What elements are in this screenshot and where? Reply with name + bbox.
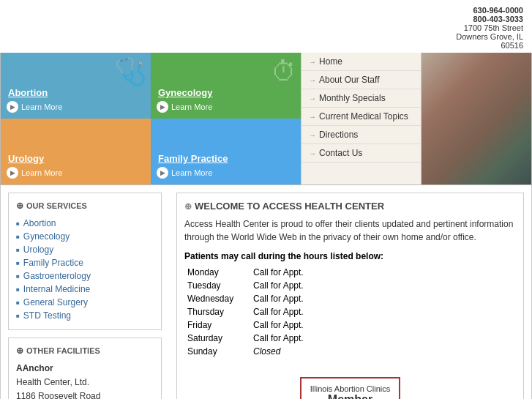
urology-tile[interactable]: Urology ▶ Learn More	[1, 119, 151, 184]
hours-saturday: Call for Appt.	[250, 332, 516, 345]
header: 630-964-0000 800-403-3033 1700 75th Stre…	[0, 0, 532, 53]
gynecology-link[interactable]: Gynecology	[158, 87, 212, 98]
service-family-link[interactable]: Family Practice	[23, 258, 83, 268]
facility-name2: Health Center, Ltd.	[16, 376, 154, 389]
hours-row: Tuesday Call for Appt.	[184, 279, 516, 292]
arrow-medical-icon: →	[309, 113, 316, 121]
nav-area: 🩺 Abortion ▶ Learn More ⏱ Gynecology ▶ L…	[0, 53, 532, 185]
service-gastro-link[interactable]: Gastroenterology	[23, 271, 91, 281]
day-thursday: Thursday	[184, 305, 250, 318]
menu-item-medical[interactable]: → Current Medical Topics	[301, 108, 421, 126]
family-link[interactable]: Family Practice	[158, 153, 228, 164]
menu-item-directions[interactable]: → Directions	[301, 126, 421, 144]
il-badge: Illinois Abortion Clinics Member	[300, 377, 400, 399]
day-tuesday: Tuesday	[184, 279, 250, 292]
hours-table: Monday Call for Appt. Tuesday Call for A…	[184, 266, 516, 358]
address-line1: 1700 75th Street	[9, 23, 523, 32]
bp-monitor-icon: ⏱	[271, 56, 297, 87]
arrow-circle-icon: ▶	[7, 101, 18, 113]
facility-address: 1186 Roosevelt Road	[16, 389, 154, 399]
facilities-icon: ⊕	[16, 346, 23, 356]
welcome-section: ⊕ WELCOME TO ACCESS HEALTH CENTER Access…	[176, 193, 524, 399]
hours-thursday: Call for Appt.	[250, 305, 516, 318]
abortion-tile[interactable]: 🩺 Abortion ▶ Learn More	[1, 53, 151, 119]
phone2: 800-403-3033	[9, 15, 523, 23]
hours-row: Sunday Closed	[184, 345, 516, 358]
service-item: Family Practice	[16, 256, 154, 269]
nav-menu: → Home → About Our Staff → Monthly Speci…	[301, 53, 422, 184]
services-list: Abortion Gynecology Urology Family Pract…	[16, 217, 154, 322]
facility-name: AAnchor	[16, 362, 154, 376]
gynecology-label: Gynecology	[158, 87, 212, 98]
hours-sunday: Closed	[250, 345, 516, 358]
stethoscope-icon: 🩺	[114, 56, 147, 87]
welcome-icon: ⊕	[184, 201, 192, 212]
service-std-link[interactable]: STD Testing	[23, 310, 71, 321]
hours-row: Friday Call for Appt.	[184, 318, 516, 332]
service-gynecology-link[interactable]: Gynecology	[23, 231, 70, 242]
hours-title: Patients may call during the hours liste…	[184, 251, 516, 261]
day-wednesday: Wednesday	[184, 292, 250, 305]
urology-learn-link[interactable]: Learn More	[21, 168, 62, 177]
arrow-circle-fam-icon: ▶	[157, 167, 168, 179]
gynecology-learn-more[interactable]: ▶ Learn More	[157, 101, 212, 113]
hours-tuesday: Call for Appt.	[250, 279, 516, 292]
arrow-directions-icon: →	[309, 131, 316, 139]
abortion-link[interactable]: Abortion	[8, 87, 48, 98]
other-facilities-section: ⊕ OTHER FACILITIES AAnchor Health Center…	[8, 338, 162, 399]
service-internal-link[interactable]: Internal Medicine	[23, 284, 90, 294]
arrow-home-icon: →	[309, 58, 316, 66]
welcome-intro: Access Health Center is proud to offer t…	[184, 217, 516, 244]
address-line2: Downers Grove, IL	[9, 32, 523, 41]
day-saturday: Saturday	[184, 332, 250, 345]
services-title: ⊕ OUR SERVICES	[16, 201, 154, 211]
day-friday: Friday	[184, 318, 250, 332]
service-item: Urology	[16, 243, 154, 256]
hours-row: Monday Call for Appt.	[184, 266, 516, 279]
hours-row: Saturday Call for Appt.	[184, 332, 516, 345]
left-panel: ⊕ OUR SERVICES Abortion Gynecology Urolo…	[8, 193, 162, 399]
abortion-learn-link[interactable]: Learn More	[21, 102, 62, 111]
menu-item-specials[interactable]: → Monthly Specials	[301, 89, 421, 108]
tiles-column: 🩺 Abortion ▶ Learn More ⏱ Gynecology ▶ L…	[1, 53, 301, 184]
urology-link[interactable]: Urology	[8, 153, 44, 164]
service-abortion-link[interactable]: Abortion	[23, 218, 56, 228]
arrow-circle-gyn-icon: ▶	[157, 101, 168, 113]
gynecology-tile[interactable]: ⏱ Gynecology ▶ Learn More	[151, 53, 301, 119]
phone1: 630-964-0000	[9, 6, 523, 15]
family-label: Family Practice	[158, 153, 228, 164]
service-item: Abortion	[16, 217, 154, 230]
arrow-specials-icon: →	[309, 94, 316, 102]
gynecology-learn-link[interactable]: Learn More	[171, 102, 212, 111]
family-learn-more[interactable]: ▶ Learn More	[157, 167, 212, 179]
arrow-staff-icon: →	[309, 76, 316, 84]
tiles-row-bottom: Urology ▶ Learn More Family Practice ▶ L…	[1, 119, 301, 184]
day-monday: Monday	[184, 266, 250, 279]
arrow-contact-icon: →	[309, 149, 316, 157]
urology-learn-more[interactable]: ▶ Learn More	[7, 167, 62, 179]
hours-row: Wednesday Call for Appt.	[184, 292, 516, 305]
hours-friday: Call for Appt.	[250, 318, 516, 332]
abortion-learn-more[interactable]: ▶ Learn More	[7, 101, 62, 113]
service-item: General Surgery	[16, 296, 154, 309]
welcome-title: ⊕ WELCOME TO ACCESS HEALTH CENTER	[184, 201, 516, 212]
service-surgery-link[interactable]: General Surgery	[23, 297, 88, 307]
tiles-row-top: 🩺 Abortion ▶ Learn More ⏱ Gynecology ▶ L…	[1, 53, 301, 119]
menu-item-staff[interactable]: → About Our Staff	[301, 71, 421, 89]
menu-item-contact[interactable]: → Contact Us	[301, 144, 421, 163]
hours-monday: Call for Appt.	[250, 266, 516, 279]
nav-photo	[422, 53, 531, 184]
service-urology-link[interactable]: Urology	[23, 245, 53, 255]
family-learn-link[interactable]: Learn More	[171, 168, 212, 177]
hours-row: Thursday Call for Appt.	[184, 305, 516, 318]
abortion-label: Abortion	[8, 87, 48, 98]
address-line3: 60516	[9, 41, 523, 50]
right-panel: ⊕ WELCOME TO ACCESS HEALTH CENTER Access…	[176, 193, 524, 399]
day-sunday: Sunday	[184, 345, 250, 358]
main-content: ⊕ OUR SERVICES Abortion Gynecology Urolo…	[0, 185, 532, 399]
family-practice-tile[interactable]: Family Practice ▶ Learn More	[151, 119, 301, 184]
facilities-title: ⊕ OTHER FACILITIES	[16, 346, 154, 356]
services-section: ⊕ OUR SERVICES Abortion Gynecology Urolo…	[8, 193, 162, 330]
hours-wednesday: Call for Appt.	[250, 292, 516, 305]
menu-item-home[interactable]: → Home	[301, 53, 421, 71]
